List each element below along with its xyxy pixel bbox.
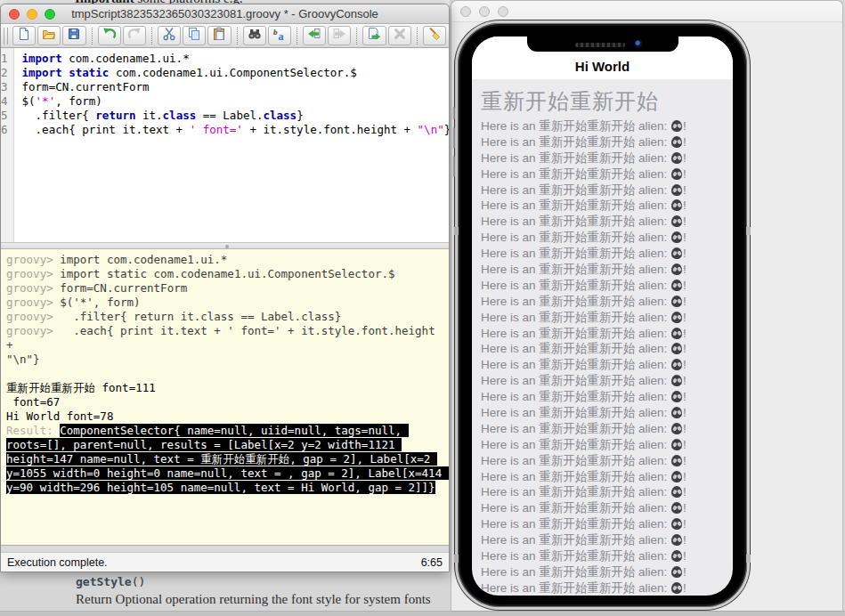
close-button[interactable] (9, 9, 20, 20)
code-editor[interactable]: 123456 import com.codename1.ui.*import s… (1, 48, 449, 242)
antenna-band (746, 555, 751, 563)
output-echo-line: groovy> import com.codename1.ui.* (6, 253, 444, 267)
list-item: Here is an 重新开始重新开始 alien: ! (481, 278, 733, 294)
notch (527, 36, 678, 52)
output-pane[interactable]: groovy> import com.codename1.ui.*groovy>… (1, 249, 449, 545)
list-item: Here is an 重新开始重新开始 alien: ! (481, 214, 733, 230)
alien-emoji-icon (671, 296, 682, 307)
replace-button[interactable]: ba (268, 26, 291, 45)
toolbar-separator (417, 28, 418, 45)
paste-button[interactable] (207, 26, 231, 45)
code-area[interactable]: import com.codename1.ui.*import static c… (14, 48, 449, 242)
output-echo-line: groovy> $('*', form) (6, 296, 444, 310)
front-camera-icon (635, 40, 643, 48)
list-item: Here is an 重新开始重新开始 alien: ! (481, 150, 733, 166)
copy-button[interactable] (183, 26, 206, 45)
alien-emoji-icon (671, 184, 682, 196)
alien-emoji-icon (671, 215, 682, 227)
alien-emoji-icon (671, 136, 682, 148)
replace-icon: ba (272, 27, 287, 45)
alien-emoji-icon (671, 231, 682, 243)
save-file-button[interactable] (62, 26, 85, 45)
alien-emoji-icon (671, 359, 682, 370)
open-file-button[interactable] (37, 26, 61, 45)
pane-splitter[interactable] (1, 242, 449, 249)
simulator-window: Hi World 重新开始重新开始 Here is an 重新开始重新开始 al… (451, 0, 843, 612)
line-number: 6 (1, 123, 8, 137)
status-message: Execution complete. (7, 556, 108, 569)
list-item: Here is an 重新开始重新开始 alien: ! (481, 516, 733, 532)
execute-script-icon (367, 27, 381, 45)
list-item: Here is an 重新开始重新开始 alien: ! (481, 580, 733, 596)
undo-button[interactable] (98, 26, 121, 45)
list-item: Here is an 重新开始重新开始 alien: ! (481, 182, 733, 199)
execute-script-button[interactable] (362, 26, 386, 45)
close-button[interactable] (460, 6, 471, 17)
new-file-button[interactable] (12, 26, 36, 45)
list-item: Here is an 重新开始重新开始 alien: ! (481, 532, 733, 548)
output-stdout-line: Hi World font=78 (6, 409, 444, 424)
alien-emoji-icon (671, 280, 682, 291)
alien-emoji-icon (671, 152, 682, 164)
history-previous-button[interactable] (303, 26, 326, 45)
simulator-window-controls (460, 6, 508, 17)
history-previous-icon (307, 27, 321, 45)
speaker-grille-icon (575, 43, 625, 47)
minimize-button[interactable] (27, 9, 37, 20)
save-file-icon (67, 27, 81, 45)
javadoc-method-name: getStyle (76, 575, 132, 588)
screen-heading: 重新开始重新开始 (472, 79, 733, 118)
toolbar-drag-handle[interactable] (4, 28, 8, 45)
phone-screen: Hi World 重新开始重新开始 Here is an 重新开始重新开始 al… (472, 36, 733, 596)
background-javadoc: getStyle() Return Optional operation ret… (76, 575, 450, 607)
list-item: Here is an 重新开始重新开始 alien: ! (481, 564, 733, 580)
line-number: 5 (1, 109, 8, 123)
output-echo-line: "\n"} (6, 353, 444, 367)
list-item: Here is an 重新开始重新开始 alien: ! (481, 341, 733, 357)
toolbar-separator (92, 28, 93, 45)
alien-emoji-icon (671, 375, 682, 386)
line-number-gutter: 123456 (1, 48, 14, 242)
clear-output-button[interactable] (423, 26, 446, 45)
cut-button[interactable] (158, 26, 181, 45)
iphone-skin: Hi World 重新开始重新开始 Here is an 重新开始重新开始 al… (455, 20, 750, 610)
output-echo-line: groovy> form=CN.currentForm (6, 281, 444, 296)
list-item: Here is an 重新开始重新开始 alien: ! (481, 469, 733, 485)
code-line: import com.codename1.ui.* (22, 52, 449, 66)
interrupt-script-icon (393, 27, 407, 45)
volume-up-button (452, 127, 455, 149)
alien-emoji-icon (671, 328, 682, 339)
simulator-titlebar[interactable] (451, 1, 842, 22)
list-item: Here is an 重新开始重新开始 alien: ! (481, 294, 733, 310)
javadoc-method-description: Return Optional operation returning the … (76, 592, 450, 607)
zoom-button[interactable] (498, 6, 508, 17)
alien-emoji-icon (671, 168, 682, 180)
alien-emoji-icon (671, 566, 682, 578)
toolbar-separator (237, 28, 238, 45)
alien-emoji-icon (671, 343, 682, 354)
javadoc-method-signature: getStyle() (76, 575, 450, 588)
list-item: Here is an 重新开始重新开始 alien: ! (481, 310, 733, 326)
minimize-button[interactable] (479, 6, 490, 17)
alien-emoji-icon (671, 439, 682, 450)
list-item: Here is an 重新开始重新开始 alien: ! (481, 357, 733, 373)
code-line: .each{ print it.text + ' font=' + it.sty… (22, 123, 449, 137)
caret-position: 6:65 (421, 556, 443, 569)
alien-emoji-icon (671, 407, 682, 418)
alien-emoji-icon (671, 312, 682, 323)
alien-emoji-icon (671, 502, 682, 514)
copy-icon (187, 27, 201, 45)
history-next-icon (332, 27, 346, 45)
status-strip (1, 545, 449, 552)
volume-down-button (452, 156, 455, 177)
groovy-console-window: tmpScript3823532365030323081.groovy * - … (0, 4, 450, 572)
list-item: Here is an 重新开始重新开始 alien: ! (481, 230, 733, 246)
list-item: Here is an 重新开始重新开始 alien: ! (481, 484, 733, 500)
result-label: Result: (6, 424, 60, 437)
line-number: 1 (1, 52, 8, 66)
output-blank-line (6, 367, 444, 381)
console-titlebar[interactable]: tmpScript3823532365030323081.groovy * - … (1, 4, 449, 24)
zoom-button[interactable] (45, 9, 55, 20)
find-button[interactable] (243, 26, 266, 45)
list-item: Here is an 重新开始重新开始 alien: ! (481, 421, 733, 437)
